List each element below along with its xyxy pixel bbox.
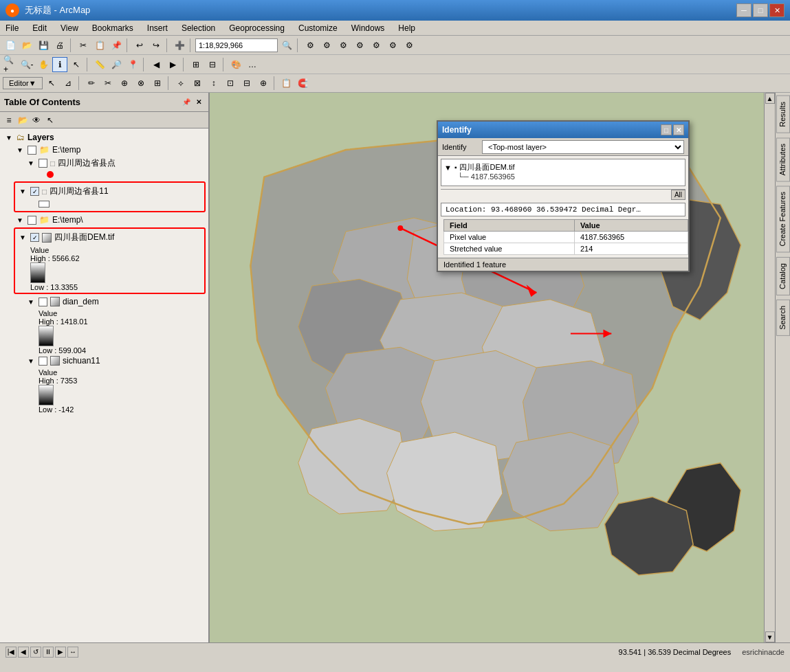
layer1-checkbox[interactable] (39, 159, 47, 168)
edit-btn-7[interactable]: ⊡ (223, 76, 238, 91)
toc-layer-4-header[interactable]: ▼ dian_dem (25, 295, 206, 308)
map-pause-button[interactable]: ⏸ (43, 647, 54, 658)
edit-btn-4[interactable]: ⊗ (133, 76, 149, 91)
find-button[interactable]: 🔎 (109, 57, 124, 72)
menu-bookmarks[interactable]: Bookmarks (89, 22, 136, 34)
expand-layer5[interactable]: ▼ (28, 357, 36, 365)
zoom-out-button[interactable]: 🔍- (19, 57, 34, 72)
layer5-checkbox[interactable] (39, 357, 47, 366)
cut-button[interactable]: ✂ (76, 38, 91, 53)
edit-btn-6[interactable]: ↕ (206, 76, 221, 91)
copy-button[interactable]: 📋 (92, 38, 107, 53)
select-button[interactable]: ↖ (69, 57, 84, 72)
map-scrollbar[interactable]: ▲ ▼ (764, 93, 775, 642)
toc-visibility-btn[interactable]: 👁 (30, 114, 43, 126)
toc-layer-3-header[interactable]: ▼ ✓ 四川县面DEM.tif (17, 230, 203, 245)
map-next-button[interactable]: ▶ (55, 647, 66, 658)
tool-btn-6[interactable]: ⚙ (385, 38, 400, 53)
scroll-down-button[interactable]: ▼ (765, 631, 775, 642)
gotoXY-button[interactable]: 📍 (125, 57, 140, 72)
snap-btn[interactable]: 🧲 (296, 76, 311, 91)
map-expand-button[interactable]: ↔ (67, 647, 78, 658)
layer4-checkbox[interactable] (39, 298, 47, 306)
tool-btn-1[interactable]: ⚙ (303, 38, 318, 53)
attribute-btn[interactable]: 📋 (279, 76, 294, 91)
expand-layer2[interactable]: ▼ (19, 188, 28, 195)
group2-checkbox[interactable] (28, 216, 36, 225)
maximize-button[interactable]: □ (753, 3, 768, 17)
map-first-button[interactable]: |◀ (6, 647, 17, 658)
menu-customize[interactable]: Customize (296, 22, 340, 34)
menu-help[interactable]: Help (395, 22, 418, 34)
redo-button[interactable]: ↪ (149, 38, 164, 53)
open-button[interactable]: 📂 (19, 38, 34, 53)
save-button[interactable]: 💾 (36, 38, 51, 53)
tool-btn-5[interactable]: ⚙ (369, 38, 384, 53)
reshape-btn[interactable]: ⊿ (61, 76, 76, 91)
map-refresh-button[interactable]: ↺ (30, 647, 41, 658)
tool-btn-4[interactable]: ⚙ (352, 38, 367, 53)
results-tab[interactable]: Results (776, 96, 790, 133)
split-btn[interactable]: ⊠ (190, 76, 205, 91)
more-tools[interactable]: … (245, 57, 260, 72)
scroll-up-button[interactable]: ▲ (765, 93, 775, 104)
zoom-extent-button[interactable]: 🔍 (279, 38, 294, 53)
new-button[interactable]: 📄 (3, 38, 18, 53)
expand-layer4[interactable]: ▼ (28, 298, 36, 306)
print-button[interactable]: 🖨 (52, 38, 67, 53)
minimize-button[interactable]: ─ (736, 3, 751, 17)
expand-group2[interactable]: ▼ (17, 216, 25, 224)
zoom-in-button[interactable]: 🔍+ (3, 57, 18, 72)
scroll-track[interactable] (765, 104, 775, 631)
edit-btn-8[interactable]: ⊟ (239, 76, 254, 91)
identify-all-button[interactable]: All (671, 190, 685, 200)
identify-tree-row[interactable]: ▼ ▪ 四川县面DEM.tif (444, 162, 682, 172)
layer2-checkbox[interactable]: ✓ (30, 187, 39, 196)
toc-root-layers[interactable]: ▼ 🗂 Layers (3, 131, 206, 144)
identify-title-bar[interactable]: Identify □ ✕ (438, 122, 688, 138)
toc-group-1-header[interactable]: ▼ 📁 E:\temp (14, 144, 206, 156)
add-data-button[interactable]: ➕ (172, 38, 187, 53)
toc-layer-2-header[interactable]: ▼ ✓ □ 四川周边省县11 (17, 184, 203, 199)
toc-pin-button[interactable]: 📌 (181, 97, 192, 108)
tool-btn-3[interactable]: ⚙ (336, 38, 351, 53)
symbology-btn[interactable]: 🎨 (228, 57, 243, 72)
edit-tool[interactable]: ↖ (44, 76, 59, 91)
scale-input[interactable] (195, 38, 278, 52)
editor-dropdown[interactable]: Editor▼ (3, 77, 43, 89)
menu-windows[interactable]: Windows (349, 22, 388, 34)
paste-button[interactable]: 📌 (109, 38, 124, 53)
map-area[interactable]: Identify □ ✕ Identify <Top-most layer> ▼… (210, 93, 775, 642)
attributes-tab[interactable]: Attributes (776, 137, 790, 181)
tool-btn-7[interactable]: ⚙ (402, 38, 417, 53)
merge-btn[interactable]: ⟡ (173, 76, 188, 91)
toc-source-btn[interactable]: 📂 (17, 114, 29, 126)
identify-button[interactable]: ℹ (52, 57, 67, 72)
close-button[interactable]: ✕ (769, 3, 784, 17)
menu-selection[interactable]: Selection (179, 22, 218, 34)
identify-layer-dropdown[interactable]: <Top-most layer> (482, 140, 684, 154)
measure-button[interactable]: 📏 (92, 57, 107, 72)
edit-btn-2[interactable]: ✂ (100, 76, 116, 91)
edit-btn-9[interactable]: ⊕ (256, 76, 271, 91)
create-features-tab[interactable]: Create Features (776, 186, 790, 252)
toc-selection-btn[interactable]: ↖ (44, 114, 56, 126)
edit-btn-5[interactable]: ⊞ (150, 76, 165, 91)
expand-icon[interactable]: ▼ (6, 134, 14, 142)
expand-layer3[interactable]: ▼ (19, 234, 28, 241)
menu-edit[interactable]: Edit (30, 22, 50, 34)
identify-close-button[interactable]: ✕ (673, 124, 684, 135)
menu-view[interactable]: View (58, 22, 81, 34)
identify-restore-button[interactable]: □ (661, 124, 672, 135)
catalog-tab[interactable]: Catalog (776, 257, 790, 295)
back-extent-button[interactable]: ◀ (149, 57, 164, 72)
menu-insert[interactable]: Insert (144, 22, 171, 34)
menu-file[interactable]: File (3, 22, 21, 34)
toc-list-btn[interactable]: ≡ (3, 114, 15, 126)
toc-layer-1-header[interactable]: ▼ □ 四川周边省县点 (25, 156, 206, 170)
forward-extent-button[interactable]: ▶ (165, 57, 180, 72)
expand-layer1[interactable]: ▼ (28, 159, 36, 167)
full-extent-button[interactable]: ⊞ (188, 57, 204, 72)
layer-extent-button[interactable]: ⊟ (205, 57, 220, 72)
toc-group-2-header[interactable]: ▼ 📁 E:\temp\ (14, 214, 206, 226)
